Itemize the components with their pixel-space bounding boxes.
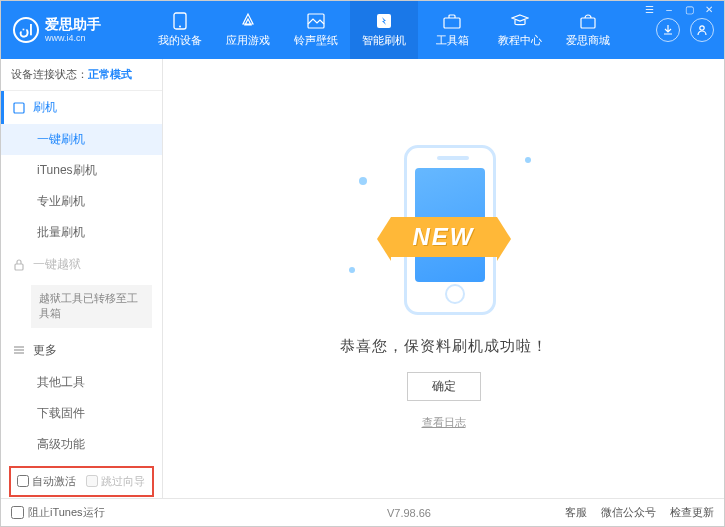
svg-rect-7 [14, 103, 24, 113]
block-itunes-checkbox[interactable]: 阻止iTunes运行 [11, 505, 105, 520]
main-content: NEW 恭喜您，保资料刷机成功啦！ 确定 查看日志 [163, 59, 724, 498]
lock-icon [13, 259, 27, 271]
auto-activate-checkbox[interactable]: 自动激活 [17, 474, 76, 489]
sidebar-itunes-flash[interactable]: iTunes刷机 [1, 155, 162, 186]
success-illustration: NEW [339, 127, 549, 323]
app-title: 爱思助手 [45, 17, 101, 32]
sidebar: 设备连接状态：正常模式 刷机 一键刷机 iTunes刷机 专业刷机 批量刷机 一… [1, 59, 163, 498]
minimize-icon[interactable]: – [661, 4, 677, 15]
footer: 阻止iTunes运行 V7.98.66 客服 微信公众号 检查更新 [1, 498, 724, 526]
device-status: 设备连接状态：正常模式 [1, 59, 162, 91]
app-header: ان 爱思助手 www.i4.cn 我的设备 应用游戏 铃声壁纸 智能刷机 [1, 1, 724, 59]
svg-point-6 [700, 26, 704, 30]
sidebar-checkbox-group: 自动激活 跳过向导 [9, 466, 154, 497]
jailbreak-note: 越狱工具已转移至工具箱 [31, 285, 152, 328]
footer-support[interactable]: 客服 [565, 505, 587, 520]
main-nav: 我的设备 应用游戏 铃声壁纸 智能刷机 工具箱 教程中心 [146, 1, 656, 59]
svg-rect-5 [581, 18, 595, 28]
version-label: V7.98.66 [387, 507, 431, 519]
nav-ringtone-wallpaper[interactable]: 铃声壁纸 [282, 1, 350, 59]
new-badge: NEW [391, 217, 497, 257]
toolbox-icon [442, 12, 462, 30]
flash-icon [374, 12, 394, 30]
svg-point-1 [179, 26, 181, 28]
phone-icon [170, 12, 190, 30]
maximize-icon[interactable]: ▢ [681, 4, 697, 15]
sidebar-batch-flash[interactable]: 批量刷机 [1, 217, 162, 248]
nav-toolbox[interactable]: 工具箱 [418, 1, 486, 59]
sidebar-pro-flash[interactable]: 专业刷机 [1, 186, 162, 217]
sidebar-flash-header[interactable]: 刷机 [1, 91, 162, 124]
sidebar-more-header[interactable]: 更多 [1, 334, 162, 367]
sidebar-other-tools[interactable]: 其他工具 [1, 367, 162, 398]
sidebar-advanced[interactable]: 高级功能 [1, 429, 162, 460]
svg-rect-8 [15, 264, 23, 270]
nav-my-device[interactable]: 我的设备 [146, 1, 214, 59]
skip-guide-checkbox[interactable]: 跳过向导 [86, 474, 145, 489]
logo-icon: ان [13, 17, 39, 43]
nav-tutorials[interactable]: 教程中心 [486, 1, 554, 59]
logo-area: ان 爱思助手 www.i4.cn [1, 17, 146, 43]
store-icon [578, 12, 598, 30]
user-button[interactable] [690, 18, 714, 42]
sidebar-download-firmware[interactable]: 下载固件 [1, 398, 162, 429]
close-icon[interactable]: ✕ [701, 4, 717, 15]
sidebar-one-click-flash[interactable]: 一键刷机 [1, 124, 162, 155]
nav-apps-games[interactable]: 应用游戏 [214, 1, 282, 59]
apps-icon [238, 12, 258, 30]
sidebar-jailbreak-header: 一键越狱 [1, 248, 162, 281]
footer-check-update[interactable]: 检查更新 [670, 505, 714, 520]
view-log-link[interactable]: 查看日志 [422, 415, 466, 430]
svg-rect-4 [444, 18, 460, 28]
cart-icon[interactable]: ☰ [641, 4, 657, 15]
nav-store[interactable]: 爱思商城 [554, 1, 622, 59]
app-url: www.i4.cn [45, 33, 101, 43]
more-icon [13, 344, 27, 356]
flash-small-icon [13, 102, 27, 114]
nav-smart-flash[interactable]: 智能刷机 [350, 1, 418, 59]
ok-button[interactable]: 确定 [407, 372, 481, 401]
wallpaper-icon [306, 12, 326, 30]
tutorial-icon [510, 12, 530, 30]
footer-wechat[interactable]: 微信公众号 [601, 505, 656, 520]
download-button[interactable] [656, 18, 680, 42]
success-message: 恭喜您，保资料刷机成功啦！ [340, 337, 548, 356]
